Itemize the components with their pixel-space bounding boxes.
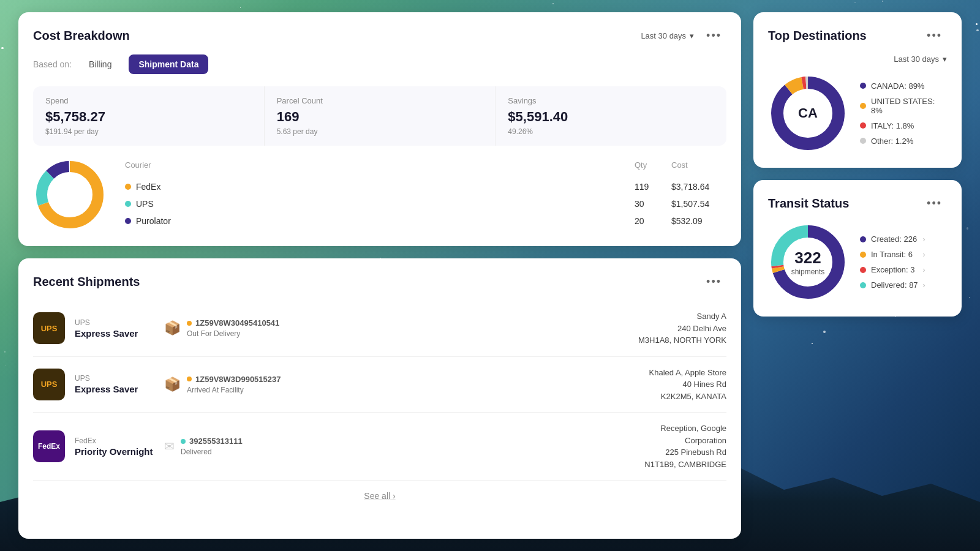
destinations-legend: CANADA: 89% UNITED STATES: 8% ITALY: 1.8… bbox=[860, 81, 947, 146]
stats-row: Spend $5,758.27 $191.94 per day Parcel C… bbox=[33, 86, 726, 146]
box-icon-1: 📦 bbox=[164, 320, 181, 336]
ups-dot bbox=[125, 201, 131, 207]
courier-row-purolator: Purolator 20 $532.09 bbox=[125, 212, 726, 230]
exception-chevron: › bbox=[923, 266, 925, 274]
transit-donut: 322 shipments bbox=[768, 222, 848, 302]
recent-shipments-card: Recent Shipments ••• UPS UPS Express Sav… bbox=[18, 258, 741, 539]
shipment-data-tab[interactable]: Shipment Data bbox=[129, 54, 208, 74]
status-dot-3 bbox=[181, 439, 186, 444]
courier-table: Courier Qty Cost FedEx 119 $3,718.64 bbox=[125, 160, 726, 230]
in-transit-chevron: › bbox=[923, 250, 925, 259]
top-dest-chart-area: CA CANADA: 89% UNITED STATES: 8% ITALY: … bbox=[768, 73, 947, 153]
destination-center-label: CA bbox=[798, 105, 818, 121]
savings-stat: Savings $5,591.40 49.26% bbox=[496, 86, 726, 146]
ups-logo-1: UPS bbox=[33, 312, 65, 344]
courier-row-ups: UPS 30 $1,507.54 bbox=[125, 195, 726, 212]
us-dot bbox=[860, 103, 866, 109]
ups-logo-2: UPS bbox=[33, 369, 65, 400]
courier-donut-chart bbox=[33, 158, 107, 231]
transit-delivered[interactable]: Delivered: 87 › bbox=[860, 280, 925, 290]
transit-status-title: Transit Status bbox=[768, 197, 849, 211]
destinations-time-filter[interactable]: Last 30 days ▾ bbox=[894, 54, 947, 64]
exception-dot bbox=[860, 267, 866, 273]
destinations-donut: CA bbox=[768, 73, 848, 153]
spend-stat: Spend $5,758.27 $191.94 per day bbox=[33, 86, 265, 146]
shipment-row-1: UPS UPS Express Saver 📦 1Z59V8W304954105… bbox=[33, 301, 726, 357]
canada-dot bbox=[860, 83, 866, 89]
transit-center-text: 322 shipments bbox=[791, 249, 825, 276]
status-dot-1 bbox=[187, 321, 192, 326]
other-dot bbox=[860, 138, 866, 144]
cost-breakdown-title: Cost Breakdown bbox=[33, 29, 130, 43]
tracking-block-1: 📦 1Z59V8W30495410541 Out For Delivery bbox=[164, 318, 628, 338]
created-dot bbox=[860, 236, 866, 242]
top-destinations-title: Top Destinations bbox=[768, 29, 867, 43]
chevron-down-icon: ▾ bbox=[690, 31, 694, 40]
italy-dot bbox=[860, 122, 866, 129]
see-all-button[interactable]: See all › bbox=[364, 491, 395, 501]
carrier-info-1: UPS Express Saver bbox=[75, 318, 154, 339]
transit-exception[interactable]: Exception: 3 › bbox=[860, 265, 925, 274]
time-filter-dropdown[interactable]: Last 30 days ▾ bbox=[641, 31, 694, 40]
legend-other: Other: 1.2% bbox=[860, 137, 947, 146]
transit-status-card: Transit Status ••• 3 bbox=[753, 180, 962, 317]
transit-created[interactable]: Created: 226 › bbox=[860, 234, 925, 244]
transit-in-transit[interactable]: In Transit: 6 › bbox=[860, 250, 925, 259]
based-on-label: Based on: bbox=[33, 59, 72, 69]
in-transit-dot bbox=[860, 252, 866, 258]
carrier-info-2: UPS Express Saver bbox=[75, 374, 154, 394]
top-destinations-card: Top Destinations ••• Last 30 days ▾ bbox=[753, 12, 962, 168]
shipments-more-button[interactable]: ••• bbox=[701, 273, 726, 291]
address-3: Reception, Google Corporation 225 Pinebu… bbox=[644, 422, 726, 470]
transit-legend: Created: 226 › In Transit: 6 › Exception… bbox=[860, 234, 925, 290]
fedex-logo-1: FedEx bbox=[33, 430, 65, 462]
billing-tab[interactable]: Billing bbox=[79, 54, 121, 74]
tracking-block-2: 📦 1Z59V8W3D990515237 Arrived At Facility bbox=[164, 375, 639, 394]
recent-shipments-title: Recent Shipments bbox=[33, 275, 140, 289]
shipment-row-3: FedEx FedEx Priority Overnight ✉ 3925553… bbox=[33, 413, 726, 481]
address-1: Sandy A 240 Delhi Ave M3H1A8, NORTH YORK bbox=[638, 310, 726, 347]
shipment-row-2: UPS UPS Express Saver 📦 1Z59V8W3D9905152… bbox=[33, 357, 726, 413]
created-chevron: › bbox=[923, 235, 925, 244]
status-dot-2 bbox=[187, 377, 192, 381]
legend-us: UNITED STATES: 8% bbox=[860, 97, 947, 115]
cost-more-button[interactable]: ••• bbox=[701, 27, 726, 45]
tracking-block-3: ✉ 392555313111 Delivered bbox=[164, 437, 635, 456]
envelope-icon-1: ✉ bbox=[164, 439, 175, 454]
cost-breakdown-card: Cost Breakdown Last 30 days ▾ ••• Based … bbox=[18, 12, 741, 246]
destinations-more-button[interactable]: ••• bbox=[922, 27, 947, 45]
delivered-chevron: › bbox=[923, 281, 925, 290]
address-2: Khaled A, Apple Store 40 Hines Rd K2K2M5… bbox=[649, 367, 726, 403]
box-icon-2: 📦 bbox=[164, 377, 181, 392]
delivered-dot bbox=[860, 282, 866, 288]
transit-chart-area: 322 shipments Created: 226 › In Transit:… bbox=[768, 222, 947, 302]
courier-row-fedex: FedEx 119 $3,718.64 bbox=[125, 178, 726, 195]
transit-more-button[interactable]: ••• bbox=[922, 195, 947, 212]
legend-canada: CANADA: 89% bbox=[860, 81, 947, 91]
parcel-count-stat: Parcel Count 169 5.63 per day bbox=[265, 86, 496, 146]
legend-italy: ITALY: 1.8% bbox=[860, 121, 947, 130]
purolator-dot bbox=[125, 218, 131, 224]
carrier-info-3: FedEx Priority Overnight bbox=[75, 437, 154, 457]
fedex-dot bbox=[125, 184, 131, 190]
chevron-down-icon-dest: ▾ bbox=[943, 54, 947, 64]
